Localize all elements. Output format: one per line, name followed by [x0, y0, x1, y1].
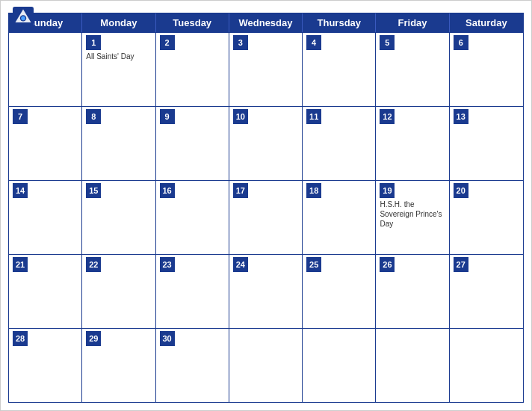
day-number: 20: [454, 183, 468, 198]
day-number: 23: [160, 257, 175, 272]
cal-cell-3-4: 17: [229, 181, 303, 254]
day-number: 14: [13, 183, 28, 198]
week-row-4: 21222324252627: [9, 254, 523, 328]
day-of-week-saturday: Saturday: [450, 13, 523, 32]
cal-cell-2-5: 11: [303, 107, 376, 180]
cal-cell-4-5: 25: [303, 255, 376, 328]
cal-cell-4-6: 26: [376, 255, 449, 328]
day-number: 15: [86, 183, 101, 198]
cal-cell-5-6: [376, 329, 449, 402]
day-number: 30: [160, 331, 175, 346]
cal-cell-5-3: 30: [156, 329, 229, 402]
cal-cell-1-6: 5: [376, 33, 449, 106]
cal-cell-3-7: 20: [450, 181, 523, 254]
day-number: 25: [306, 257, 321, 272]
day-of-week-friday: Friday: [376, 13, 449, 32]
day-of-week-monday: Monday: [82, 13, 155, 32]
cal-cell-3-2: 15: [82, 181, 155, 254]
cal-cell-2-4: 10: [229, 107, 303, 180]
event-text: All Saints' Day: [86, 52, 151, 61]
cal-cell-1-7: 6: [450, 33, 523, 106]
day-of-week-thursday: Thursday: [303, 13, 376, 32]
cal-cell-4-4: 24: [229, 255, 303, 328]
cal-cell-2-6: 12: [376, 107, 449, 180]
cal-cell-3-3: 16: [156, 181, 229, 254]
cal-cell-4-1: 21: [9, 255, 82, 328]
header: [1, 1, 531, 13]
cal-cell-3-1: 14: [9, 181, 82, 254]
cal-cell-1-2: 1All Saints' Day: [82, 33, 155, 106]
cal-cell-5-7: [450, 329, 523, 402]
day-number: 18: [306, 183, 321, 198]
day-number: 28: [13, 331, 28, 346]
cal-cell-3-5: 18: [303, 181, 376, 254]
day-number: 26: [380, 257, 395, 272]
cal-cell-2-2: 8: [82, 107, 155, 180]
day-number: 3: [233, 35, 248, 50]
cal-cell-2-7: 13: [450, 107, 523, 180]
day-of-week-wednesday: Wednesday: [229, 13, 303, 32]
logo-icon: [13, 7, 34, 28]
page: SundayMondayTuesdayWednesdayThursdayFrid…: [0, 0, 532, 411]
week-row-3: 141516171819H.S.H. the Sovereign Prince'…: [9, 180, 523, 254]
cal-cell-1-4: 3: [229, 33, 303, 106]
day-number: 1: [86, 35, 101, 50]
day-number: 24: [233, 257, 248, 272]
cal-cell-4-2: 22: [82, 255, 155, 328]
day-number: 19: [380, 183, 395, 198]
cal-cell-1-1: [9, 33, 82, 106]
day-number: 27: [454, 257, 468, 272]
svg-point-3: [21, 16, 25, 21]
day-number: 5: [380, 35, 395, 50]
cal-cell-2-3: 9: [156, 107, 229, 180]
day-number: 16: [160, 183, 175, 198]
week-row-2: 78910111213: [9, 106, 523, 180]
day-number: 7: [13, 109, 28, 124]
calendar: SundayMondayTuesdayWednesdayThursdayFrid…: [8, 13, 524, 403]
cal-cell-5-4: [229, 329, 303, 402]
calendar-header-row: SundayMondayTuesdayWednesdayThursdayFrid…: [9, 13, 523, 32]
day-number: 29: [86, 331, 101, 346]
day-number: 8: [86, 109, 101, 124]
day-number: 13: [454, 109, 468, 124]
cal-cell-3-6: 19H.S.H. the Sovereign Prince's Day: [376, 181, 449, 254]
day-of-week-tuesday: Tuesday: [156, 13, 229, 32]
day-number: 6: [454, 35, 468, 50]
day-number: 10: [233, 109, 248, 124]
logo: [13, 7, 37, 28]
cal-cell-1-5: 4: [303, 33, 376, 106]
day-number: 17: [233, 183, 248, 198]
cal-cell-4-3: 23: [156, 255, 229, 328]
cal-cell-5-1: 28: [9, 329, 82, 402]
day-number: 11: [306, 109, 321, 124]
cal-cell-5-5: [303, 329, 376, 402]
cal-cell-1-3: 2: [156, 33, 229, 106]
day-number: 12: [380, 109, 395, 124]
day-number: 2: [160, 35, 175, 50]
week-row-1: 1All Saints' Day23456: [9, 32, 523, 106]
week-row-5: 282930: [9, 328, 523, 402]
calendar-body: 1All Saints' Day234567891011121314151617…: [9, 32, 523, 402]
cal-cell-2-1: 7: [9, 107, 82, 180]
day-number: 21: [13, 257, 28, 272]
day-number: 4: [306, 35, 321, 50]
cal-cell-4-7: 27: [450, 255, 523, 328]
cal-cell-5-2: 29: [82, 329, 155, 402]
event-text: H.S.H. the Sovereign Prince's Day: [380, 200, 445, 229]
day-number: 22: [86, 257, 101, 272]
day-number: 9: [160, 109, 175, 124]
